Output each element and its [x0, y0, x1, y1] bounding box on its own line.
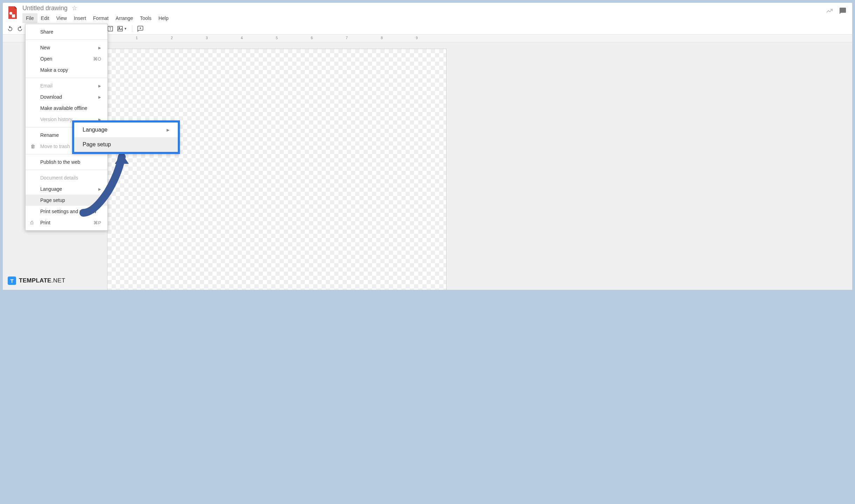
shortcut-label: ⌘P: [93, 220, 101, 225]
header: Untitled drawing ☆ File Edit View Insert…: [3, 3, 852, 23]
menu-download[interactable]: Download▶: [26, 91, 107, 103]
svg-rect-1: [12, 14, 15, 18]
ruler: 1 2 3 4 5 6 7 8 9: [3, 35, 852, 42]
canvas-container: [100, 42, 852, 290]
menu-new[interactable]: New▶: [26, 42, 107, 53]
submenu-arrow-icon: ▶: [98, 187, 101, 191]
menu-format[interactable]: Format: [90, 13, 112, 23]
chevron-down-icon: ▼: [124, 27, 127, 30]
submenu-arrow-icon: ▶: [98, 46, 101, 50]
menu-arrange[interactable]: Arrange: [112, 13, 136, 23]
menu-share[interactable]: Share: [26, 26, 107, 37]
menu-make-copy[interactable]: Make a copy: [26, 64, 107, 76]
svg-point-0: [9, 12, 12, 15]
watermark-text: TEMPLATE.NET: [19, 277, 65, 284]
ruler-tick: 5: [276, 36, 278, 40]
menu-edit[interactable]: Edit: [37, 13, 53, 23]
ruler-tick: 7: [346, 36, 348, 40]
menu-separator: [26, 170, 107, 170]
menu-print[interactable]: ⎙Print⌘P: [26, 217, 107, 228]
ruler-tick: 2: [171, 36, 173, 40]
menu-publish[interactable]: Publish to the web: [26, 156, 107, 168]
submenu-arrow-icon: ▶: [98, 84, 101, 88]
menu-tools[interactable]: Tools: [136, 13, 155, 23]
menu-insert[interactable]: Insert: [70, 13, 90, 23]
undo-icon[interactable]: [7, 26, 13, 32]
svg-point-5: [119, 27, 120, 28]
menu-separator: [26, 40, 107, 40]
comment-add-icon[interactable]: [137, 26, 143, 32]
menu-email[interactable]: Email▶: [26, 80, 107, 91]
svg-text:T: T: [109, 27, 112, 31]
print-icon: ⎙: [30, 220, 33, 225]
submenu-arrow-icon: ▶: [167, 128, 169, 132]
menu-language[interactable]: Language▶: [26, 183, 107, 195]
ruler-tick: 9: [416, 36, 418, 40]
menu-separator: [26, 154, 107, 154]
menu-print-settings[interactable]: Print settings and preview: [26, 206, 107, 217]
ruler-tick: 1: [136, 36, 138, 40]
ruler-tick: 3: [206, 36, 208, 40]
callout-page-setup[interactable]: Page setup: [74, 137, 178, 152]
activity-icon[interactable]: [826, 7, 833, 16]
menu-file[interactable]: File: [22, 13, 37, 23]
ruler-tick: 6: [311, 36, 313, 40]
menu-help[interactable]: Help: [155, 13, 172, 23]
menubar: File Edit View Insert Format Arrange Too…: [22, 13, 826, 23]
horizontal-ruler: 1 2 3 4 5 6 7 8 9: [101, 35, 852, 42]
redo-icon[interactable]: [17, 26, 23, 32]
app-window: Untitled drawing ☆ File Edit View Insert…: [3, 3, 852, 290]
header-right: [826, 4, 849, 16]
trash-icon: 🗑: [30, 144, 35, 149]
document-title[interactable]: Untitled drawing: [22, 5, 68, 12]
watermark-logo-icon: T: [8, 276, 16, 285]
menu-separator: [26, 78, 107, 78]
app-logo-icon: [6, 6, 20, 20]
menu-make-offline[interactable]: Make available offline: [26, 103, 107, 114]
ruler-tick: 8: [381, 36, 383, 40]
menu-open[interactable]: Open⌘O: [26, 53, 107, 64]
menu-view[interactable]: View: [53, 13, 70, 23]
ruler-tick: 4: [241, 36, 243, 40]
watermark: T TEMPLATE.NET: [8, 276, 65, 285]
drawing-canvas[interactable]: [107, 49, 447, 290]
shortcut-label: ⌘O: [93, 56, 101, 62]
toolbar: T ▼: [3, 23, 852, 35]
toolbar-separator: [132, 25, 132, 32]
callout-language[interactable]: Language ▶: [74, 122, 178, 137]
highlight-callout: Language ▶ Page setup: [72, 120, 180, 154]
menu-doc-details[interactable]: Document details: [26, 172, 107, 183]
work-area: [3, 42, 852, 290]
textbox-icon[interactable]: T: [107, 26, 113, 32]
title-area: Untitled drawing ☆ File Edit View Insert…: [22, 4, 826, 23]
submenu-arrow-icon: ▶: [98, 95, 101, 99]
menu-page-setup[interactable]: Page setup: [26, 195, 107, 206]
comment-icon[interactable]: [839, 7, 847, 16]
star-icon[interactable]: ☆: [72, 4, 77, 12]
image-icon[interactable]: ▼: [117, 26, 127, 32]
